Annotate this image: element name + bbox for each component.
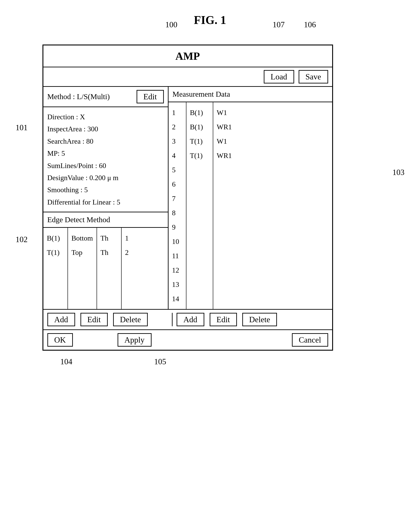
annotation-101: 101	[16, 123, 28, 132]
ok-row: OK Apply Cancel	[43, 330, 332, 350]
toolbar-row: Load Save	[43, 67, 332, 87]
content-area: Method : L/S(Multi) Edit Direction : X I…	[43, 87, 332, 310]
meas-num-12: 12	[172, 263, 182, 277]
annotation-104: 104	[60, 357, 73, 366]
meas-w-2: WR1	[217, 120, 237, 134]
meas-w-4: WR1	[217, 148, 237, 163]
edge-top: Top	[72, 245, 93, 259]
edge-col-3: Th Th	[97, 228, 121, 309]
meas-b-4: T(1)	[190, 148, 209, 163]
meas-num-4: 4	[172, 148, 182, 163]
meas-w-col: W1WR1W1WR1	[213, 102, 240, 309]
meas-num-3: 3	[172, 134, 182, 148]
annotation-103: 103	[392, 168, 405, 177]
edge-th1: Th	[101, 231, 118, 245]
cancel-button[interactable]: Cancel	[292, 333, 328, 347]
edge-t1: T(1)	[47, 245, 64, 259]
edge-th2: Th	[101, 245, 118, 259]
edge-b1: B(1)	[47, 231, 64, 245]
edge-detect-label: Edge Detect Method	[43, 212, 168, 228]
meas-num-14: 14	[172, 291, 182, 306]
measurement-table: 1234567891011121314 B(1)B(1)T(1)T(1) W1W…	[168, 102, 332, 309]
meas-num-11: 11	[172, 249, 182, 263]
params-section: Direction : X InspectArea : 300 SearchAr…	[43, 107, 168, 212]
left-delete-button[interactable]: Delete	[113, 313, 148, 326]
method-edit-button[interactable]: Edit	[136, 90, 164, 103]
meas-num-13: 13	[172, 277, 182, 291]
param-sum-lines: SumLines/Point : 60	[47, 160, 164, 172]
ok-right-buttons: Cancel	[173, 333, 328, 347]
main-dialog: AMP Load Save Method : L/S(Multi) Edit D…	[43, 45, 333, 351]
meas-num-10: 10	[172, 234, 182, 249]
right-buttons: Add Edit Delete	[173, 313, 328, 326]
measurement-header: Measurement Data	[168, 87, 332, 102]
meas-num-2: 2	[172, 120, 182, 134]
fig-title: FIG. 1	[194, 14, 226, 27]
annotation-102: 102	[16, 235, 28, 244]
meas-b-2: B(1)	[190, 120, 209, 134]
edge-bottom: Bottom	[72, 231, 93, 245]
meas-b-1: B(1)	[190, 105, 209, 120]
edge-col-4: 1 2	[121, 228, 146, 309]
meas-num-8: 8	[172, 206, 182, 220]
edge-num1: 1	[125, 231, 143, 245]
apply-button[interactable]: Apply	[118, 333, 151, 347]
edge-col-2: Bottom Top	[68, 228, 97, 309]
method-label: Method : L/S(Multi)	[47, 92, 110, 101]
meas-num-5: 5	[172, 163, 182, 177]
ok-left-buttons: OK Apply	[47, 333, 173, 347]
meas-w-3: W1	[217, 134, 237, 148]
param-mp: MP: 5	[47, 147, 164, 159]
meas-num-9: 9	[172, 220, 182, 234]
bottom-buttons-row: Add Edit Delete Add Edit Delete	[43, 310, 332, 330]
ok-button[interactable]: OK	[47, 333, 73, 347]
meas-num-7: 7	[172, 191, 182, 206]
annotation-100: 100	[165, 20, 178, 29]
meas-numbers-col: 1234567891011121314	[168, 102, 186, 309]
param-search-area: SearchArea : 80	[47, 135, 164, 147]
left-edit-button[interactable]: Edit	[80, 313, 108, 326]
param-differential: Differential for Linear : 5	[47, 196, 164, 208]
dialog-title: AMP	[43, 46, 332, 67]
right-edit-button[interactable]: Edit	[210, 313, 237, 326]
right-delete-button[interactable]: Delete	[242, 313, 277, 326]
edge-detect-table: B(1) T(1) Bottom Top Th Th 1 2	[43, 228, 168, 309]
annotation-107: 107	[273, 20, 285, 29]
left-buttons: Add Edit Delete	[47, 313, 173, 326]
param-smoothing: Smoothing : 5	[47, 184, 164, 196]
meas-num-1: 1	[172, 105, 182, 120]
meas-b-3: T(1)	[190, 134, 209, 148]
edge-col-1: B(1) T(1)	[43, 228, 68, 309]
load-button[interactable]: Load	[264, 70, 294, 83]
annotation-105: 105	[154, 357, 166, 366]
left-add-button[interactable]: Add	[47, 313, 75, 326]
param-design-value: DesignValue : 0.200 μ m	[47, 172, 164, 184]
param-inspect-area: InspectArea : 300	[47, 123, 164, 135]
param-direction: Direction : X	[47, 111, 164, 123]
left-panel: Method : L/S(Multi) Edit Direction : X I…	[43, 87, 168, 309]
method-row: Method : L/S(Multi) Edit	[43, 87, 168, 107]
meas-num-6: 6	[172, 177, 182, 191]
annotation-106: 106	[304, 20, 316, 29]
right-add-button[interactable]: Add	[177, 313, 204, 326]
meas-w-1: W1	[217, 105, 237, 120]
save-button[interactable]: Save	[299, 70, 328, 83]
right-panel: Measurement Data 1234567891011121314 B(1…	[168, 87, 332, 309]
edge-num2: 2	[125, 245, 143, 259]
meas-b-col: B(1)B(1)T(1)T(1)	[186, 102, 213, 309]
